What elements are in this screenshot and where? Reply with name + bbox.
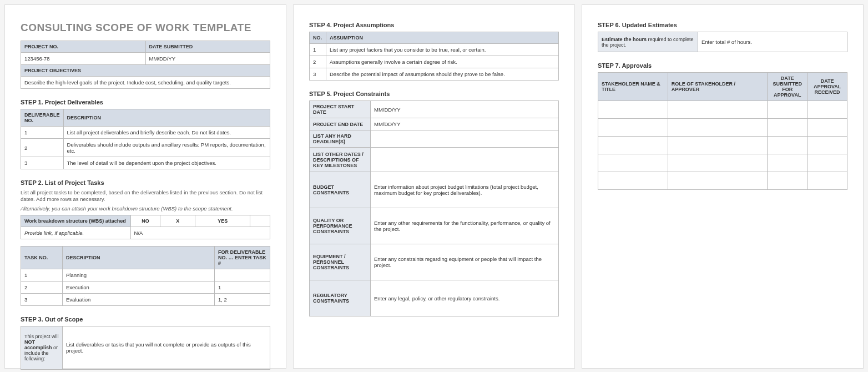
step2-tasks-table: TASK NO. DESCRIPTION FOR DELIVERABLE NO.… <box>21 246 270 306</box>
step4-table: NO. ASSUMPTION 1List any project factors… <box>309 32 559 81</box>
table-row <box>598 172 847 190</box>
project-no-value: 123456-78 <box>21 53 146 65</box>
table-row: 3Evaluation1, 2 <box>21 293 270 305</box>
objectives-text: Describe the high-level goals of the pro… <box>21 77 270 89</box>
step4-col-no: NO. <box>310 32 326 44</box>
step2-col-desc: DESCRIPTION <box>63 246 215 269</box>
step3-text: List deliverables or tasks that you will… <box>63 326 270 369</box>
step7-col-role: ROLE OF STAKEHOLDER / APPROVER <box>668 73 768 101</box>
document-title: CONSULTING SCOPE OF WORK TEMPLATE <box>21 22 270 34</box>
step2-subtext-1: List all project tasks to be completed, … <box>21 189 270 203</box>
step3-label: This project will NOT accomplish or incl… <box>21 326 63 369</box>
wbs-provide: Provide link, if applicable. <box>21 227 131 239</box>
header-table: PROJECT NO. DATE SUBMITTED 123456-78 MM/… <box>21 41 270 89</box>
wbs-na: N/A <box>130 227 270 239</box>
step2-col-task: TASK NO. <box>21 246 63 269</box>
step6-table: Estimate the hours required to complete … <box>598 32 847 52</box>
step4-col-assumption: ASSUMPTION <box>326 32 559 44</box>
step4-title: STEP 4. Project Assumptions <box>309 22 559 28</box>
step6-label: Estimate the hours required to complete … <box>598 32 698 52</box>
date-submitted-header: DATE SUBMITTED <box>145 41 270 53</box>
table-row <box>598 154 847 172</box>
equipment-value: Enter any constraints regarding equipmen… <box>371 244 559 280</box>
table-row: 3Describe the potential impact of assump… <box>310 68 559 81</box>
step1-col-desc: DESCRIPTION <box>63 109 270 127</box>
step5-table: PROJECT START DATE MM/DD/YY PROJECT END … <box>309 100 559 316</box>
date-submitted-value: MM/DD/YY <box>145 53 270 65</box>
other-dates-value <box>371 148 559 172</box>
step3-title: STEP 3. Out of Scope <box>21 316 270 323</box>
wbs-x: X <box>160 215 195 227</box>
page-2: STEP 4. Project Assumptions NO. ASSUMPTI… <box>293 4 575 369</box>
budget-value: Enter information about project budget l… <box>371 172 559 208</box>
step1-table: DELIVERABLE NO. DESCRIPTION 1List all pr… <box>21 109 270 169</box>
table-row <box>598 137 847 154</box>
step6-title: STEP 6. Updated Estimates <box>598 22 847 28</box>
table-row: 1Planning <box>21 269 270 281</box>
regulatory-label: REGULATORY CONSTRAINTS <box>310 280 371 316</box>
table-row: 1List all project deliverables and brief… <box>21 127 270 139</box>
step6-value: Enter total # of hours. <box>698 32 847 52</box>
hard-deadlines-value <box>371 130 559 148</box>
step7-title: STEP 7. Approvals <box>598 62 847 69</box>
step7-col-received: DATE APPROVAL RECEIVED <box>808 73 847 101</box>
wbs-label: Work breakdown structure (WBS) attached <box>21 215 131 227</box>
quality-value: Enter any other requirements for the fun… <box>371 208 559 244</box>
table-row: 2Execution1 <box>21 281 270 293</box>
budget-label: BUDGET CONSTRAINTS <box>310 172 371 208</box>
table-row: 2Deliverables should include outputs and… <box>21 139 270 157</box>
table-row <box>598 101 847 119</box>
end-date-value: MM/DD/YY <box>371 118 559 130</box>
equipment-label: EQUIPMENT / PERSONNEL CONSTRAINTS <box>310 244 371 280</box>
step3-table: This project will NOT accomplish or incl… <box>21 326 270 370</box>
hard-deadlines-label: LIST ANY HARD DEADLINE(S) <box>310 130 371 148</box>
other-dates-label: LIST OTHER DATES / DESCRIPTIONS OF KEY M… <box>310 148 371 172</box>
wbs-empty <box>250 215 270 227</box>
table-row: 3The level of detail will be dependent u… <box>21 157 270 169</box>
step1-title: STEP 1. Project Deliverables <box>21 99 270 105</box>
step2-title: STEP 2. List of Project Tasks <box>21 179 270 186</box>
project-no-header: PROJECT NO. <box>21 41 146 53</box>
objectives-header: PROJECT OBJECTIVES <box>21 65 270 77</box>
quality-label: QUALITY OR PERFORMANCE CONSTRAINTS <box>310 208 371 244</box>
step2-subtext-2: Alternatively, you can attach your work … <box>21 205 270 212</box>
regulatory-value: Enter any legal, policy, or other regula… <box>371 280 559 316</box>
step7-col-name: STAKEHOLDER NAME & TITLE <box>598 73 668 101</box>
table-row: 1List any project factors that you consi… <box>310 44 559 56</box>
step7-table: STAKEHOLDER NAME & TITLE ROLE OF STAKEHO… <box>598 72 847 190</box>
table-row <box>598 119 847 137</box>
end-date-label: PROJECT END DATE <box>310 118 371 130</box>
wbs-yes: YES <box>195 215 250 227</box>
wbs-no: NO <box>130 215 160 227</box>
table-row: 2Assumptions generally involve a certain… <box>310 56 559 68</box>
pages-container: CONSULTING SCOPE OF WORK TEMPLATE PROJEC… <box>4 4 864 369</box>
wbs-table: Work breakdown structure (WBS) attached … <box>21 215 270 239</box>
page-3: STEP 6. Updated Estimates Estimate the h… <box>582 4 864 369</box>
start-date-value: MM/DD/YY <box>371 101 559 118</box>
page-1: CONSULTING SCOPE OF WORK TEMPLATE PROJEC… <box>4 4 286 369</box>
step5-title: STEP 5. Project Constraints <box>309 91 559 97</box>
step1-col-no: DELIVERABLE NO. <box>21 109 64 127</box>
start-date-label: PROJECT START DATE <box>310 101 371 118</box>
step7-col-submitted: DATE SUBMITTED FOR APPROVAL <box>768 73 808 101</box>
step2-col-for: FOR DELIVERABLE NO. … ENTER TASK # <box>215 246 270 269</box>
